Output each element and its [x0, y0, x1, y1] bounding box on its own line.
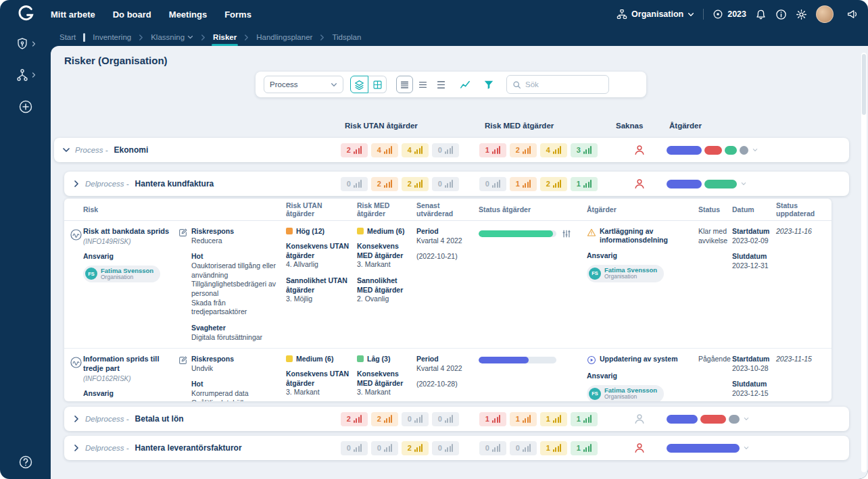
info-icon[interactable] [775, 9, 787, 20]
risk-count-badge[interactable]: 1 [479, 412, 506, 426]
nav-mitt-arbete[interactable]: Mitt arbete [51, 9, 95, 20]
konsekvens-med-label: Konsekvens MED åtgärder [357, 370, 411, 388]
breadcrumb-inventering[interactable]: Inventering [93, 33, 131, 41]
risk-count-badge[interactable]: 0 [371, 441, 398, 455]
progress-bar[interactable] [479, 230, 556, 237]
breadcrumb-klassning[interactable]: Klassning [151, 33, 185, 41]
process-filter-select[interactable]: Process [264, 76, 343, 93]
chevron-right-icon[interactable] [74, 444, 79, 452]
saknas-person-icon[interactable] [633, 442, 646, 454]
breadcrumb-start[interactable]: Start [59, 33, 76, 41]
delprocess-row-hantera-leverantorsfakturor[interactable]: Delprocess - Hantera leverantörsfakturor… [64, 436, 849, 460]
risk-count-badge[interactable]: 1 [510, 177, 537, 191]
risk-count-badge[interactable]: 1 [540, 441, 567, 455]
sidebar-item-security[interactable] [0, 28, 51, 59]
atgard-title[interactable]: Kartläggning av informationsdelning [600, 227, 693, 245]
risk-count-badge[interactable]: 2 [402, 441, 429, 455]
risk-count-badge[interactable]: 2 [341, 143, 368, 157]
avatar[interactable] [816, 5, 834, 23]
chart-view-button[interactable] [456, 76, 473, 93]
risk-count-badge[interactable]: 2 [510, 143, 537, 157]
layers-view-button[interactable] [350, 76, 368, 93]
density-compact-button[interactable] [396, 76, 413, 93]
edit-icon[interactable] [178, 355, 188, 401]
risk-count-badge[interactable]: 0 [510, 441, 537, 455]
delprocess-row-hantera-kundfaktura[interactable]: Delprocess - Hantera kundfaktura 0 2 2 0… [64, 172, 849, 196]
scrollbar[interactable] [861, 53, 867, 472]
density-medium-button[interactable] [414, 76, 431, 93]
nav-meetings[interactable]: Meetings [169, 9, 207, 20]
megaphone-icon[interactable] [846, 8, 859, 20]
risk-name[interactable]: Information sprids till tredje part [83, 355, 172, 374]
risk-count-badge[interactable]: 1 [540, 412, 567, 426]
atgarder-bars[interactable] [667, 180, 849, 188]
risk-count-badge[interactable]: 0 [341, 177, 368, 191]
sidebar-add-button[interactable] [0, 91, 51, 123]
risk-count-badge[interactable]: 0 [402, 412, 429, 426]
search-input[interactable] [525, 80, 600, 89]
scrollbar-thumb[interactable] [862, 54, 866, 115]
col-datum: Datum [732, 203, 776, 216]
nav-forms[interactable]: Forms [224, 9, 251, 20]
risk-count-badge[interactable]: 0 [341, 441, 368, 455]
bell-icon[interactable] [755, 9, 767, 20]
chevron-down-icon[interactable] [64, 146, 69, 154]
risk-count-badge[interactable]: 2 [371, 177, 398, 191]
mini-bars-icon [384, 444, 393, 452]
sidebar-item-processes[interactable] [0, 59, 51, 91]
hot-label: Hot [191, 252, 281, 261]
equalizer-icon[interactable] [562, 229, 571, 238]
atgarder-bars[interactable] [667, 444, 849, 453]
chevron-right-icon[interactable] [74, 415, 79, 423]
progress-bar[interactable] [479, 357, 556, 363]
risk-count-badge[interactable]: 1 [571, 412, 598, 426]
breadcrumb-handlingsplaner[interactable]: Handlingsplaner [256, 33, 312, 41]
risk-count-badge[interactable]: 3 [571, 143, 598, 157]
risk-count-badge[interactable]: 4 [371, 143, 398, 157]
gear-icon[interactable] [796, 9, 807, 20]
risk-count-badge[interactable]: 1 [571, 441, 598, 455]
risk-count-badge[interactable]: 2 [341, 412, 368, 426]
atgard-title[interactable]: Uppdatering av system [600, 355, 678, 365]
risk-count-badge[interactable]: 1 [510, 412, 537, 426]
breadcrumb-risker[interactable]: Risker [213, 33, 237, 41]
risk-count-badge[interactable]: 4 [540, 143, 567, 157]
year-selector[interactable]: 2023 [713, 9, 746, 20]
delprocess-row-betala-ut-lon[interactable]: Delprocess - Betala ut lön 2 2 0 0 1 1 1… [64, 407, 849, 431]
help-button[interactable] [0, 455, 51, 470]
year-value: 2023 [727, 9, 746, 19]
atgarder-bars[interactable] [667, 146, 849, 155]
edit-icon[interactable] [178, 228, 188, 342]
risk-count-badge[interactable]: 0 [432, 412, 459, 426]
density-relaxed-button[interactable] [433, 76, 450, 93]
process-row-ekonomi[interactable]: Process - Ekonomi 2 4 4 0 1 2 4 3 [54, 138, 849, 162]
risk-name[interactable]: Risk att bankdata sprids [83, 227, 172, 236]
risk-count-badge[interactable]: 1 [571, 177, 598, 191]
nav-do-board[interactable]: Do board [113, 9, 151, 20]
grid-view-button[interactable] [368, 76, 387, 93]
severity-square [357, 355, 364, 362]
risk-count-badge[interactable]: 2 [402, 177, 429, 191]
person-chip[interactable]: FS Fatima Svensson Organisation [587, 385, 664, 401]
filter-button[interactable] [480, 76, 497, 93]
saknas-person-icon[interactable] [633, 413, 646, 425]
risk-count-badge[interactable]: 2 [371, 412, 398, 426]
app-logo-icon[interactable] [0, 4, 51, 24]
risk-count-badge[interactable]: 1 [479, 143, 506, 157]
risk-count-badge[interactable]: 2 [540, 177, 567, 191]
risk-count-badge[interactable]: 0 [479, 441, 506, 455]
person-chip[interactable]: FS Fatima Svensson Organisation [587, 265, 664, 282]
risk-count-badge[interactable]: 0 [432, 177, 459, 191]
person-chip[interactable]: FS Fatima Svensson Organisation [83, 266, 160, 283]
chevron-right-icon[interactable] [74, 180, 79, 188]
risk-count-badge[interactable]: 0 [479, 177, 506, 191]
breadcrumb-tidsplan[interactable]: Tidsplan [332, 33, 361, 41]
hot-label: Hot [191, 380, 281, 389]
risk-count-badge[interactable]: 0 [432, 441, 459, 455]
saknas-person-icon[interactable] [633, 144, 646, 156]
saknas-person-icon[interactable] [633, 178, 646, 190]
organisation-selector[interactable]: Organisation [617, 9, 694, 20]
atgarder-bars[interactable] [667, 415, 849, 424]
risk-count-badge[interactable]: 4 [402, 143, 429, 157]
risk-count-badge[interactable]: 0 [432, 143, 459, 157]
